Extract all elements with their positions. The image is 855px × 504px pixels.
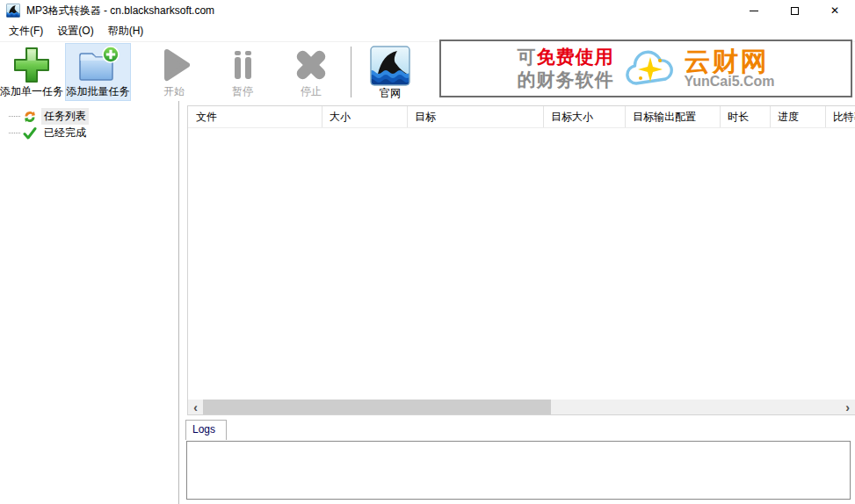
- tab-logs[interactable]: Logs: [185, 420, 227, 440]
- ad-banner-text: 可免费使用 的财务软件: [517, 46, 613, 92]
- column-header-output-config[interactable]: 目标输出配置: [625, 106, 720, 127]
- pause-icon: [223, 46, 262, 84]
- chevron-left-icon: ‹: [193, 401, 198, 414]
- ad-line1-highlight: 免费使用: [536, 47, 613, 67]
- sidebar-item-task-list[interactable]: 任务列表: [0, 108, 178, 125]
- ad-brand-url: YunCai5.Com: [684, 75, 774, 90]
- add-batch-task-label: 添加批量任务: [67, 84, 130, 99]
- tree-connector: [9, 133, 20, 133]
- start-button[interactable]: 开始: [141, 43, 207, 101]
- scrollbar-left-arrow[interactable]: ‹: [188, 400, 203, 414]
- scrollbar-thumb[interactable]: [203, 400, 551, 414]
- play-icon: [155, 46, 193, 84]
- column-header-target-size[interactable]: 目标大小: [543, 106, 625, 127]
- menu-bar: 文件(F) 设置(O) 帮助(H): [0, 21, 855, 41]
- shark-icon: [370, 46, 410, 86]
- close-icon: ✕: [830, 5, 839, 16]
- sync-icon: [23, 110, 37, 124]
- close-button[interactable]: ✕: [815, 0, 855, 21]
- maximize-icon: [791, 7, 799, 15]
- ad-brand-name: 云财网: [684, 47, 774, 76]
- window-title: MP3格式转换器 - cn.blacksharksoft.com: [26, 4, 214, 18]
- sidebar-item-label: 已经完成: [41, 125, 89, 141]
- sidebar-item-label: 任务列表: [41, 108, 89, 125]
- ad-brand-block: 云财网 YunCai5.Com: [684, 47, 774, 90]
- column-header-size[interactable]: 大小: [322, 106, 407, 127]
- toolbar-separator: [351, 47, 351, 97]
- start-label: 开始: [163, 84, 185, 99]
- task-table: 文件 大小 目标 目标大小 目标输出配置 时长 进度 比特率 ‹ ›: [187, 105, 855, 415]
- title-bar: MP3格式转换器 - cn.blacksharksoft.com ✕: [0, 0, 855, 21]
- toolbar: 添加单一任务 添加批量任务 开始: [0, 41, 855, 101]
- horizontal-scrollbar[interactable]: ‹ ›: [188, 400, 855, 414]
- folder-add-icon: [77, 46, 120, 84]
- menu-item-file[interactable]: 文件(F): [2, 20, 50, 42]
- ad-line1-prefix: 可: [517, 47, 536, 67]
- task-table-header: 文件 大小 目标 目标大小 目标输出配置 时长 进度 比特率: [188, 106, 855, 128]
- sidebar-item-completed[interactable]: 已经完成: [0, 125, 178, 141]
- column-header-progress[interactable]: 进度: [770, 106, 825, 127]
- pause-label: 暂停: [232, 84, 253, 99]
- green-plus-icon: [12, 46, 51, 84]
- ad-banner[interactable]: 可免费使用 的财务软件 云财网 YunCai5.Com: [439, 40, 852, 97]
- ad-line2: 的财务软件: [517, 68, 613, 91]
- column-header-target[interactable]: 目标: [407, 106, 543, 127]
- stop-x-icon: [292, 46, 330, 84]
- window-controls: ✕: [734, 0, 855, 21]
- column-header-bitrate[interactable]: 比特率: [825, 106, 855, 127]
- minimize-button[interactable]: [734, 0, 774, 21]
- menu-item-help[interactable]: 帮助(H): [101, 20, 151, 42]
- minimize-icon: [750, 11, 758, 11]
- sidebar-tree-panel: 任务列表 已经完成: [0, 101, 179, 504]
- pause-button[interactable]: 暂停: [209, 43, 276, 101]
- task-table-body: [188, 129, 855, 400]
- column-header-file[interactable]: 文件: [188, 106, 322, 127]
- add-batch-task-button[interactable]: 添加批量任务: [65, 43, 131, 101]
- maximize-button[interactable]: [774, 0, 815, 21]
- logs-output[interactable]: [186, 441, 851, 500]
- app-shark-icon: [6, 4, 20, 18]
- check-icon: [23, 126, 37, 140]
- add-single-task-button[interactable]: 添加单一任务: [0, 43, 63, 101]
- scrollbar-right-arrow[interactable]: ›: [840, 400, 855, 414]
- logs-tab-strip: Logs: [185, 419, 855, 440]
- official-site-label: 官网: [380, 86, 401, 101]
- yuncai-cloud-logo: [622, 46, 680, 91]
- tree-connector: [9, 116, 20, 117]
- chevron-right-icon: ›: [845, 401, 850, 414]
- stop-label: 停止: [301, 84, 322, 99]
- add-single-task-label: 添加单一任务: [0, 84, 63, 99]
- column-header-duration[interactable]: 时长: [720, 106, 770, 127]
- official-site-button[interactable]: 官网: [362, 43, 418, 101]
- menu-item-settings[interactable]: 设置(O): [50, 20, 100, 42]
- stop-button[interactable]: 停止: [278, 43, 344, 101]
